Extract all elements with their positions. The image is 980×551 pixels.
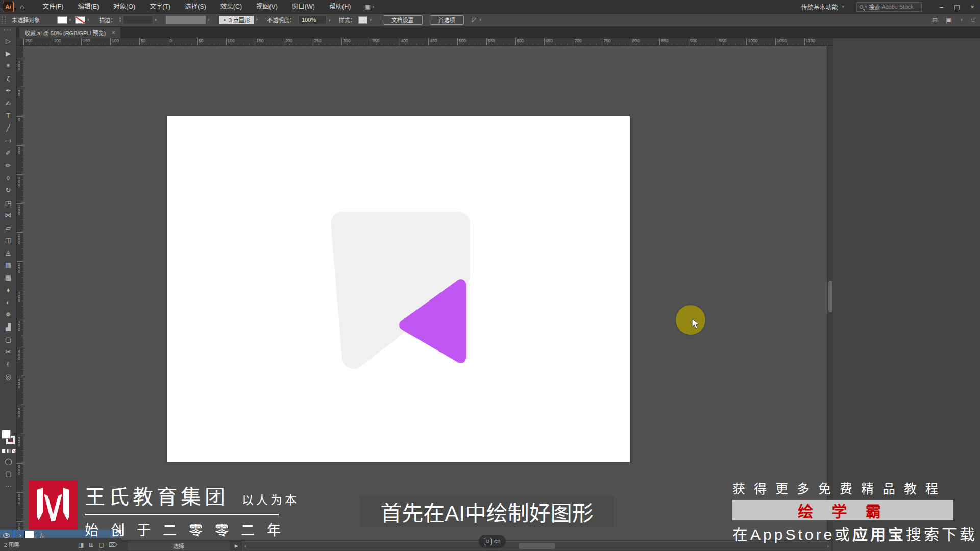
column-graph-tool[interactable]: ▟ xyxy=(2,321,15,333)
stroke-weight-field[interactable] xyxy=(122,16,153,24)
toolbar-grip[interactable] xyxy=(4,29,13,31)
magic-wand-tool[interactable]: ✶ xyxy=(2,60,15,72)
curvature-tool[interactable]: ✍ xyxy=(2,97,15,109)
style-swatch[interactable] xyxy=(358,16,368,24)
hand-tool[interactable]: ✌ xyxy=(2,358,15,370)
menu-item[interactable]: 文字(T) xyxy=(142,0,178,13)
shape-builder-tool[interactable]: ◫ xyxy=(2,234,15,246)
visibility-eye-icon[interactable] xyxy=(3,533,10,538)
preferences-button[interactable]: 首选项 xyxy=(430,15,464,25)
mesh-tool[interactable]: ▦ xyxy=(2,259,15,271)
menu-item[interactable]: 视图(V) xyxy=(249,0,285,13)
arrange-documents-icon[interactable]: ⊞ xyxy=(932,16,938,24)
brush-definition-dropdown[interactable]: • 3 点圆形 xyxy=(219,16,254,24)
new-layer-icon[interactable]: ▢ xyxy=(99,541,104,548)
menu-item[interactable]: 帮助(H) xyxy=(322,0,358,13)
pointer-options[interactable]: ◸ ∨ xyxy=(472,16,482,23)
chevron-down-icon[interactable]: ∨ xyxy=(256,18,258,22)
menu-item[interactable]: 对象(O) xyxy=(106,0,142,13)
drawing-modes-icon[interactable]: ◯ xyxy=(5,458,12,465)
stroke-color-swatch[interactable] xyxy=(75,16,85,24)
chevron-right-icon[interactable]: › xyxy=(329,17,330,23)
color-mode-icon[interactable] xyxy=(2,449,6,453)
chevron-down-icon[interactable]: ∨ xyxy=(87,18,89,22)
stepper-down-icon[interactable]: ∨ xyxy=(119,20,121,22)
status-bar: 50% ∨ |◀ ◀ 1 ∨ ▶ ▶| 选择 ▶ ‹ › xyxy=(17,540,833,551)
search-placeholder-prefix: 搜索 xyxy=(869,3,880,11)
new-sublayer-icon[interactable]: ⊞ xyxy=(89,541,94,548)
ruler-label: 50 xyxy=(17,145,23,174)
width-tool[interactable]: ⋈ xyxy=(2,209,15,221)
none-mode-icon[interactable] xyxy=(12,449,16,453)
canvas-area[interactable]: 2502001501005005010015020025030035040045… xyxy=(17,38,833,540)
ruler-origin-corner[interactable] xyxy=(17,38,23,46)
gradient-tool[interactable]: ▤ xyxy=(2,271,15,283)
ruler-label: 500 xyxy=(457,38,486,46)
scale-tool[interactable]: ◳ xyxy=(2,196,15,209)
free-transform-tool[interactable]: ▱ xyxy=(2,221,15,234)
eraser-tool[interactable]: ◊ xyxy=(2,171,15,184)
stroke-weight-stepper[interactable]: ∧ ∨ xyxy=(119,17,121,22)
delete-layer-icon[interactable]: ⌦ xyxy=(109,541,117,548)
edit-toolbar-icon[interactable]: ⋯ xyxy=(5,482,12,490)
menu-item[interactable]: 窗口(W) xyxy=(285,0,322,13)
shaper-tool[interactable]: ✏ xyxy=(2,159,15,171)
fill-indicator-swatch[interactable] xyxy=(2,430,11,439)
chevron-down-icon[interactable]: ∨ xyxy=(369,18,372,22)
workspace-switcher[interactable]: 传统基本功能 ∨ xyxy=(801,3,844,11)
close-button[interactable]: × xyxy=(965,0,980,13)
close-tab-icon[interactable]: × xyxy=(112,29,115,36)
slice-tool[interactable]: ✂ xyxy=(2,346,15,358)
ruler-label: 100 xyxy=(110,38,139,46)
menu-item[interactable]: 选择(S) xyxy=(178,0,213,13)
menu-item[interactable]: 编辑(E) xyxy=(70,0,106,13)
selection-tool[interactable]: ▷ xyxy=(2,35,15,47)
chevron-down-icon[interactable]: ∨ xyxy=(69,18,71,22)
fill-color-swatch[interactable] xyxy=(57,16,67,24)
rotate-tool[interactable]: ↻ xyxy=(2,184,15,196)
bookmark-shape[interactable] xyxy=(167,116,630,462)
chevron-down-icon[interactable]: ∨ xyxy=(960,18,963,22)
pen-tool[interactable]: ✒ xyxy=(2,85,15,97)
artboard-tool[interactable]: ▢ xyxy=(2,333,15,345)
opacity-field[interactable]: 100% xyxy=(298,16,327,24)
horizontal-scrollbar-thumb[interactable] xyxy=(519,543,555,549)
menu-item[interactable]: 效果(C) xyxy=(213,0,249,13)
rectangle-tool[interactable]: ▭ xyxy=(2,134,15,146)
zoom-tool[interactable]: ◎ xyxy=(2,371,15,383)
document-tab[interactable]: 收藏.ai @ 50% (RGB/GPU 预览) × xyxy=(19,27,120,38)
type-tool[interactable]: T xyxy=(2,109,15,121)
perspective-grid-tool[interactable]: ◬ xyxy=(2,246,15,259)
adobe-stock-search-input[interactable]: ∨ 搜索 Adobe Stock xyxy=(856,2,922,12)
make-mask-icon[interactable]: ◨ xyxy=(78,541,84,548)
horizontal-ruler[interactable]: 2502001501005005010015020025030035040045… xyxy=(23,38,833,46)
fill-stroke-control[interactable] xyxy=(2,430,16,446)
home-icon[interactable]: ⌂ xyxy=(20,3,24,11)
direct-selection-tool[interactable]: ▶ xyxy=(2,47,15,59)
chevron-down-icon[interactable]: ∨ xyxy=(155,18,157,22)
workspace-switch-icon[interactable]: ▣ xyxy=(946,16,952,24)
control-bar-grip[interactable] xyxy=(2,16,6,24)
paintbrush-tool[interactable]: ✐ xyxy=(2,147,15,159)
gradient-mode-icon[interactable] xyxy=(7,449,11,453)
restore-button[interactable]: ▢ xyxy=(949,0,965,13)
vertical-ruler[interactable]: 1005005010015020025030035040045050055060… xyxy=(17,46,23,540)
minimize-button[interactable]: – xyxy=(934,0,949,13)
eyedropper-tool[interactable]: ♦ xyxy=(2,284,15,296)
document-setup-button[interactable]: 文档设置 xyxy=(383,15,423,25)
blend-tool[interactable]: ◐ xyxy=(2,296,15,308)
lasso-tool[interactable]: ζ xyxy=(2,72,15,84)
scroll-left-icon[interactable]: ‹ xyxy=(244,542,247,550)
symbol-sprayer-tool[interactable]: ✵ xyxy=(2,309,15,321)
screen-mode-icon[interactable]: ▢ xyxy=(5,470,11,478)
arrange-documents-icon[interactable]: ▣ ∨ xyxy=(365,4,375,10)
menu-item[interactable]: 文件(F) xyxy=(35,0,70,13)
ruler-label: 300 xyxy=(341,38,371,46)
watermark-promo-line: 获得更多免费精品教程 xyxy=(732,479,953,497)
artboard[interactable] xyxy=(167,116,630,462)
panel-list-icon[interactable]: ≡ xyxy=(971,16,975,24)
vertical-scrollbar[interactable] xyxy=(827,46,833,540)
status-options-icon[interactable]: ▶ xyxy=(235,543,238,548)
line-segment-tool[interactable]: ╱ xyxy=(2,122,15,134)
vertical-scrollbar-thumb[interactable] xyxy=(828,281,832,312)
